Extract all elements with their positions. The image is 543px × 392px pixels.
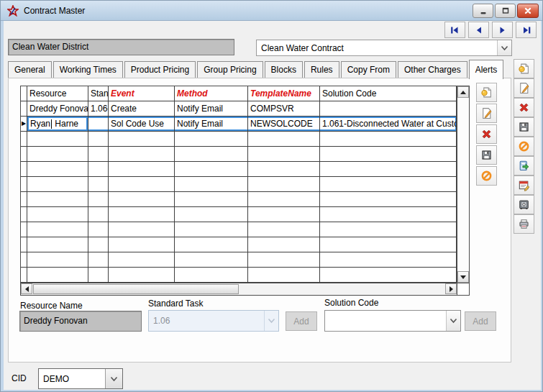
- cancel-button[interactable]: [514, 137, 534, 156]
- grid-cell[interactable]: [248, 252, 320, 267]
- grid-row-empty[interactable]: [21, 252, 457, 268]
- nav-first-record-button[interactable]: [444, 22, 465, 38]
- nav-next-record-button[interactable]: [492, 22, 513, 38]
- new-note-button[interactable]: [476, 83, 497, 102]
- grid-cell[interactable]: [27, 192, 88, 206]
- grid-cell[interactable]: [27, 147, 88, 161]
- grid-cell[interactable]: [109, 192, 175, 206]
- grid-cell[interactable]: [27, 252, 88, 267]
- grid-cell-editing[interactable]: Ryan Harne: [27, 117, 88, 131]
- grid-cell[interactable]: [248, 147, 320, 161]
- grid-cell[interactable]: [248, 237, 320, 252]
- solution-code-dropdown-button[interactable]: [446, 311, 460, 331]
- cid-dropdown-button[interactable]: [105, 369, 122, 388]
- grid-row-empty[interactable]: [21, 222, 457, 237]
- tab-other-charges[interactable]: Other Charges: [398, 61, 467, 78]
- grid-cell[interactable]: [175, 252, 248, 267]
- grid-cell[interactable]: [109, 162, 175, 176]
- tab-general[interactable]: General: [8, 61, 52, 78]
- grid-cell[interactable]: Notify Email: [175, 101, 248, 116]
- grid-cell[interactable]: [88, 252, 109, 267]
- grid-cell[interactable]: [27, 177, 88, 191]
- grid-row-dreddy-fonovan[interactable]: Dreddy Fonovan1.06-CreateNotify EmailCOM…: [21, 101, 457, 117]
- grid-row-empty[interactable]: [21, 177, 457, 192]
- delete-button[interactable]: [476, 124, 497, 144]
- grid-cell[interactable]: [320, 237, 457, 252]
- grid-row-empty[interactable]: [21, 268, 457, 283]
- grid-cell[interactable]: [88, 147, 109, 161]
- grid-row-empty[interactable]: [21, 237, 457, 252]
- print-button[interactable]: [514, 214, 534, 234]
- grid-cell[interactable]: [175, 237, 248, 252]
- district-field[interactable]: Clean Water District: [8, 39, 234, 55]
- nav-last-record-button[interactable]: [516, 22, 537, 38]
- grid-cell[interactable]: NEWSOLCODE: [248, 117, 320, 131]
- column-header-event[interactable]: Event: [109, 86, 175, 101]
- grid-cell[interactable]: [88, 177, 109, 191]
- grid-cell[interactable]: [320, 101, 457, 116]
- grid-cell[interactable]: [320, 207, 457, 222]
- grid-cell[interactable]: [27, 237, 88, 252]
- edit-button[interactable]: [476, 104, 497, 123]
- scroll-down-button[interactable]: [457, 271, 469, 283]
- grid-cell[interactable]: [27, 132, 88, 146]
- grid-row-empty[interactable]: [21, 147, 457, 162]
- grid-cell[interactable]: Notify Email: [175, 117, 248, 131]
- grid-cell[interactable]: [88, 162, 109, 176]
- cancel-button[interactable]: [476, 166, 497, 186]
- tab-group-pricing[interactable]: Group Pricing: [197, 61, 263, 78]
- grid-cell[interactable]: [248, 162, 320, 176]
- grid-cell[interactable]: [320, 268, 457, 282]
- titlebar[interactable]: Contract Master: [1, 1, 543, 21]
- grid-row-empty[interactable]: [21, 162, 457, 177]
- horizontal-scrollbar[interactable]: [21, 283, 457, 295]
- tab-working-times[interactable]: Working Times: [53, 61, 123, 78]
- grid-cell[interactable]: 1.06-: [88, 101, 109, 116]
- grid-cell[interactable]: [88, 132, 109, 146]
- resource-name-field[interactable]: Dreddy Fonovan: [19, 311, 142, 332]
- tab-alerts[interactable]: Alerts: [469, 60, 504, 79]
- grid-cell[interactable]: [109, 252, 175, 267]
- cid-combobox[interactable]: DEMO: [38, 368, 123, 389]
- grid-cell[interactable]: [175, 222, 248, 237]
- grid-cell[interactable]: [109, 222, 175, 237]
- cell-edit-box[interactable]: Ryan Harne: [27, 117, 88, 131]
- grid-row-empty[interactable]: [21, 192, 457, 207]
- grid-cell[interactable]: [320, 147, 457, 161]
- minimize-button[interactable]: [473, 4, 493, 18]
- column-header-standard-task[interactable]: Standard Task: [88, 86, 109, 101]
- grid-cell[interactable]: [320, 162, 457, 176]
- grid-cell[interactable]: [248, 207, 320, 222]
- grid-cell[interactable]: [109, 237, 175, 252]
- grid-cell[interactable]: [109, 132, 175, 146]
- grid-cell[interactable]: [248, 268, 320, 282]
- grid-cell[interactable]: [109, 147, 175, 161]
- grid-cell[interactable]: [27, 162, 88, 176]
- grid-cell[interactable]: [88, 222, 109, 237]
- grid-row-empty[interactable]: [21, 207, 457, 222]
- maximize-button[interactable]: [495, 4, 516, 18]
- column-header-method[interactable]: Method: [175, 86, 248, 101]
- grid-cell[interactable]: [109, 177, 175, 191]
- grid-cell[interactable]: [175, 132, 248, 146]
- save-button[interactable]: [476, 145, 497, 165]
- save-button[interactable]: [514, 117, 534, 137]
- grid-cell[interactable]: [109, 207, 175, 222]
- grid-cell[interactable]: Sol Code Use: [109, 117, 175, 131]
- tab-blocks[interactable]: Blocks: [265, 61, 303, 78]
- nav-previous-record-button[interactable]: [468, 22, 489, 38]
- grid-cell[interactable]: [320, 177, 457, 191]
- grid-cell[interactable]: Create: [109, 101, 175, 116]
- grid-cell[interactable]: [175, 162, 248, 176]
- tab-copy-from[interactable]: Copy From: [341, 61, 396, 78]
- grid-cell[interactable]: COMPSVR: [248, 101, 320, 116]
- grid-cell[interactable]: [320, 132, 457, 146]
- grid-row-ryan-harne[interactable]: ▶Ryan HarneSol Code UseNotify EmailNEWSO…: [21, 117, 457, 132]
- scroll-left-button[interactable]: [21, 283, 32, 294]
- grid-cell[interactable]: [88, 207, 109, 222]
- new-note-button[interactable]: [514, 59, 534, 78]
- grid-cell[interactable]: [88, 192, 109, 206]
- solution-code-combobox[interactable]: [324, 310, 461, 332]
- contract-combobox[interactable]: Clean Water Contract: [256, 40, 512, 56]
- tab-product-pricing[interactable]: Product Pricing: [124, 61, 196, 78]
